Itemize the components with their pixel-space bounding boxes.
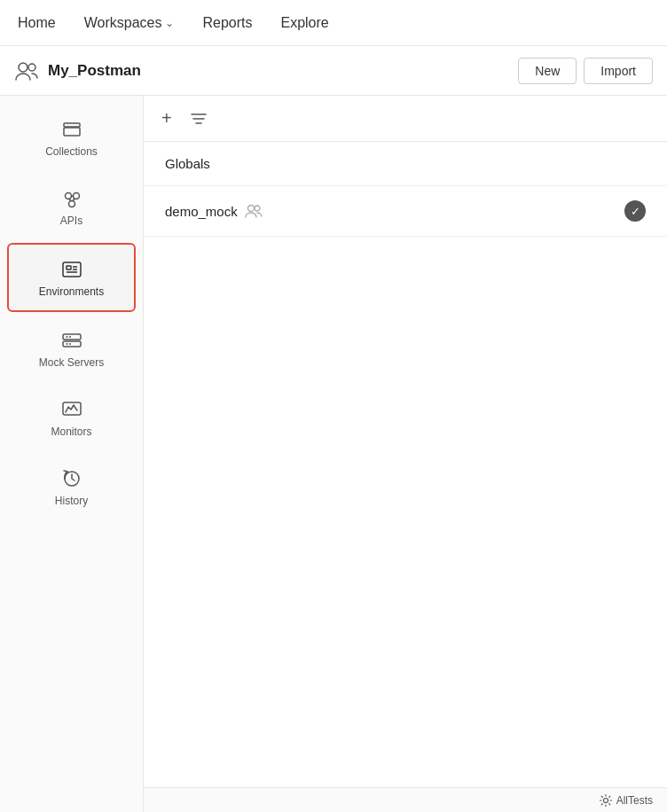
svg-rect-3 (64, 128, 80, 136)
collections-label: Collections (45, 145, 98, 158)
env-check-icon: ✓ (624, 200, 646, 222)
mock-servers-icon (59, 328, 84, 353)
nav-home[interactable]: Home (18, 12, 56, 35)
workspace-title[interactable]: My_Postman (14, 59, 141, 83)
sidebar-item-history[interactable]: History (7, 454, 136, 519)
filter-button[interactable] (186, 106, 211, 131)
top-nav: Home Workspaces ⌄ Reports Explore (0, 0, 667, 46)
env-name-demo-mock: demo_mock (165, 204, 263, 219)
svg-point-27 (255, 206, 260, 211)
filter-icon (190, 110, 208, 128)
svg-line-9 (73, 199, 75, 201)
plus-icon: + (161, 108, 172, 129)
environments-icon (59, 257, 84, 282)
svg-rect-11 (67, 266, 71, 269)
env-list: Globals demo_mock ✓ (144, 142, 667, 787)
svg-point-17 (66, 336, 67, 338)
svg-point-28 (603, 798, 608, 802)
user-group-icon (14, 59, 39, 83)
svg-rect-10 (63, 262, 81, 277)
status-label: AllTests (616, 794, 653, 807)
content-toolbar: + (144, 96, 667, 142)
new-button[interactable]: New (518, 58, 577, 84)
svg-point-5 (73, 193, 79, 199)
workspace-bar: My_Postman New Import (0, 46, 667, 96)
status-bar: AllTests (144, 787, 667, 812)
history-icon (59, 466, 84, 491)
main-layout: Collections APIs (0, 96, 667, 812)
svg-point-0 (19, 63, 27, 72)
collections-icon (59, 117, 84, 142)
svg-point-18 (69, 336, 71, 338)
mock-servers-label: Mock Servers (39, 356, 104, 369)
svg-point-19 (66, 343, 67, 345)
import-button[interactable]: Import (584, 58, 653, 84)
svg-rect-16 (63, 341, 81, 347)
settings-icon (599, 793, 613, 808)
svg-point-26 (247, 206, 254, 212)
svg-point-4 (65, 193, 71, 199)
history-label: History (55, 495, 88, 507)
apis-label: APIs (60, 215, 82, 227)
nav-reports[interactable]: Reports (202, 12, 252, 35)
monitors-icon (59, 397, 84, 422)
environments-label: Environments (39, 285, 104, 298)
monitors-label: Monitors (51, 426, 91, 438)
svg-rect-2 (64, 123, 80, 127)
env-item-globals[interactable]: Globals (144, 142, 667, 186)
users-icon (245, 204, 263, 218)
sidebar-item-mock-servers[interactable]: Mock Servers (7, 316, 136, 381)
env-name-globals: Globals (165, 156, 210, 171)
svg-point-20 (69, 343, 71, 345)
workspace-actions: New Import (518, 58, 653, 84)
env-item-demo-mock[interactable]: demo_mock ✓ (144, 186, 667, 237)
svg-rect-15 (63, 334, 81, 340)
sidebar: Collections APIs (0, 96, 144, 812)
apis-icon (59, 186, 84, 211)
content-area: + Globals demo_mock (144, 96, 667, 812)
sidebar-item-apis[interactable]: APIs (7, 174, 136, 239)
chevron-down-icon: ⌄ (165, 17, 174, 29)
svg-point-1 (28, 64, 35, 71)
svg-line-8 (69, 199, 71, 201)
sidebar-item-collections[interactable]: Collections (7, 105, 136, 170)
sidebar-item-environments[interactable]: Environments (7, 243, 136, 312)
nav-workspaces[interactable]: Workspaces ⌄ (84, 12, 175, 35)
add-environment-button[interactable]: + (158, 105, 176, 132)
svg-point-6 (68, 201, 75, 207)
workspace-name: My_Postman (48, 62, 141, 80)
nav-explore[interactable]: Explore (280, 12, 328, 35)
sidebar-item-monitors[interactable]: Monitors (7, 385, 136, 450)
